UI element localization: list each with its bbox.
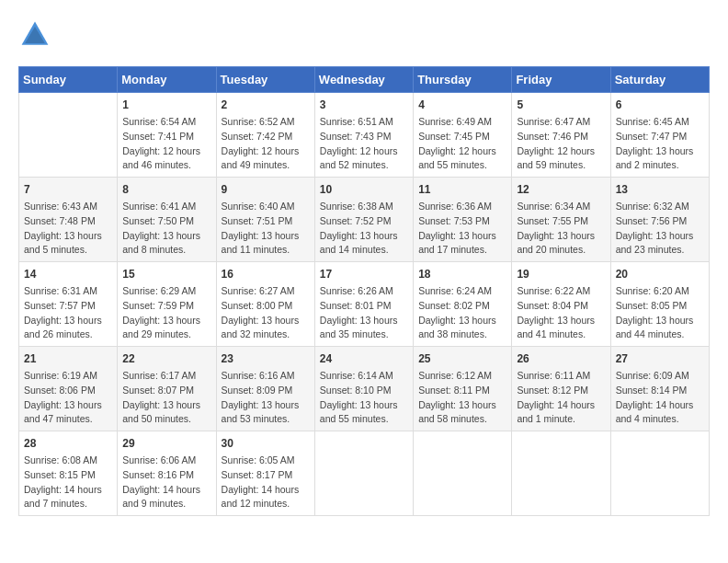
calendar-day: 6Sunrise: 6:45 AMSunset: 7:47 PMDaylight… — [610, 93, 709, 178]
day-number: 17 — [320, 266, 408, 282]
day-number: 4 — [418, 97, 506, 113]
day-info: Sunrise: 6:31 AMSunset: 7:57 PMDaylight:… — [24, 284, 112, 342]
calendar-day: 20Sunrise: 6:20 AMSunset: 8:05 PMDayligh… — [610, 262, 709, 347]
day-number: 26 — [517, 350, 605, 367]
day-info: Sunrise: 6:19 AMSunset: 8:06 PMDaylight:… — [24, 369, 112, 427]
day-info: Sunrise: 6:45 AMSunset: 7:47 PMDaylight:… — [616, 115, 704, 173]
weekday-header-saturday: Saturday — [610, 67, 709, 93]
weekday-header-thursday: Thursday — [414, 67, 512, 93]
day-number: 24 — [320, 350, 408, 367]
calendar-day — [610, 431, 709, 516]
day-number: 7 — [24, 181, 112, 198]
day-number: 22 — [122, 350, 210, 367]
day-number: 16 — [222, 266, 310, 282]
day-info: Sunrise: 6:54 AMSunset: 7:41 PMDaylight:… — [122, 115, 210, 173]
day-info: Sunrise: 6:38 AMSunset: 7:52 PMDaylight:… — [320, 200, 408, 258]
day-info: Sunrise: 6:40 AMSunset: 7:51 PMDaylight:… — [222, 200, 310, 258]
day-number: 28 — [24, 435, 112, 452]
weekday-header-sunday: Sunday — [19, 67, 118, 93]
day-info: Sunrise: 6:49 AMSunset: 7:45 PMDaylight:… — [418, 115, 506, 173]
day-info: Sunrise: 6:51 AMSunset: 7:43 PMDaylight:… — [320, 115, 408, 173]
calendar-day: 23Sunrise: 6:16 AMSunset: 8:09 PMDayligh… — [216, 347, 314, 431]
day-number: 10 — [320, 181, 408, 198]
calendar-week-2: 7Sunrise: 6:43 AMSunset: 7:48 PMDaylight… — [19, 178, 710, 262]
day-number: 5 — [517, 97, 605, 113]
calendar-day: 9Sunrise: 6:40 AMSunset: 7:51 PMDaylight… — [216, 178, 314, 262]
day-number: 12 — [517, 181, 605, 198]
calendar-week-5: 28Sunrise: 6:08 AMSunset: 8:15 PMDayligh… — [19, 431, 710, 516]
calendar-week-1: 1Sunrise: 6:54 AMSunset: 7:41 PMDaylight… — [19, 93, 710, 178]
day-number: 20 — [616, 266, 704, 282]
calendar-table: SundayMondayTuesdayWednesdayThursdayFrid… — [18, 66, 710, 516]
day-number: 18 — [418, 266, 506, 282]
day-info: Sunrise: 6:43 AMSunset: 7:48 PMDaylight:… — [24, 200, 112, 258]
day-info: Sunrise: 6:29 AMSunset: 7:59 PMDaylight:… — [122, 284, 210, 342]
calendar-day — [19, 93, 118, 178]
calendar-day: 2Sunrise: 6:52 AMSunset: 7:42 PMDaylight… — [216, 93, 314, 178]
day-info: Sunrise: 6:17 AMSunset: 8:07 PMDaylight:… — [122, 369, 210, 427]
calendar-day: 15Sunrise: 6:29 AMSunset: 7:59 PMDayligh… — [118, 262, 216, 347]
calendar-day: 10Sunrise: 6:38 AMSunset: 7:52 PMDayligh… — [314, 178, 413, 262]
day-info: Sunrise: 6:09 AMSunset: 8:14 PMDaylight:… — [616, 369, 704, 427]
day-number: 21 — [24, 350, 112, 367]
day-number: 11 — [418, 181, 506, 198]
day-number: 15 — [122, 266, 210, 282]
calendar-day — [314, 431, 413, 516]
day-info: Sunrise: 6:26 AMSunset: 8:01 PMDaylight:… — [320, 284, 408, 342]
day-info: Sunrise: 6:08 AMSunset: 8:15 PMDaylight:… — [24, 454, 112, 511]
day-info: Sunrise: 6:34 AMSunset: 7:55 PMDaylight:… — [517, 200, 605, 258]
day-info: Sunrise: 6:41 AMSunset: 7:50 PMDaylight:… — [122, 200, 210, 258]
day-info: Sunrise: 6:47 AMSunset: 7:46 PMDaylight:… — [517, 115, 605, 173]
logo — [18, 18, 57, 52]
calendar-day: 11Sunrise: 6:36 AMSunset: 7:53 PMDayligh… — [414, 178, 512, 262]
weekday-header-monday: Monday — [118, 67, 216, 93]
calendar-day: 18Sunrise: 6:24 AMSunset: 8:02 PMDayligh… — [414, 262, 512, 347]
day-number: 9 — [222, 181, 310, 198]
day-number: 25 — [418, 350, 506, 367]
day-info: Sunrise: 6:24 AMSunset: 8:02 PMDaylight:… — [418, 284, 506, 342]
day-info: Sunrise: 6:11 AMSunset: 8:12 PMDaylight:… — [517, 369, 605, 427]
logo-icon — [18, 18, 51, 52]
calendar-day: 17Sunrise: 6:26 AMSunset: 8:01 PMDayligh… — [314, 262, 413, 347]
page-header — [18, 18, 710, 52]
day-number: 23 — [222, 350, 310, 367]
day-number: 19 — [517, 266, 605, 282]
day-info: Sunrise: 6:12 AMSunset: 8:11 PMDaylight:… — [418, 369, 506, 427]
day-number: 13 — [616, 181, 704, 198]
calendar-day: 24Sunrise: 6:14 AMSunset: 8:10 PMDayligh… — [314, 347, 413, 431]
calendar-day: 13Sunrise: 6:32 AMSunset: 7:56 PMDayligh… — [610, 178, 709, 262]
day-info: Sunrise: 6:16 AMSunset: 8:09 PMDaylight:… — [222, 369, 310, 427]
calendar-day: 4Sunrise: 6:49 AMSunset: 7:45 PMDaylight… — [414, 93, 512, 178]
calendar-day: 22Sunrise: 6:17 AMSunset: 8:07 PMDayligh… — [118, 347, 216, 431]
calendar-day: 3Sunrise: 6:51 AMSunset: 7:43 PMDaylight… — [314, 93, 413, 178]
calendar-day: 8Sunrise: 6:41 AMSunset: 7:50 PMDaylight… — [118, 178, 216, 262]
calendar-day: 29Sunrise: 6:06 AMSunset: 8:16 PMDayligh… — [118, 431, 216, 516]
calendar-day: 12Sunrise: 6:34 AMSunset: 7:55 PMDayligh… — [512, 178, 610, 262]
day-number: 2 — [222, 97, 310, 113]
calendar-day: 19Sunrise: 6:22 AMSunset: 8:04 PMDayligh… — [512, 262, 610, 347]
calendar-day: 30Sunrise: 6:05 AMSunset: 8:17 PMDayligh… — [216, 431, 314, 516]
weekday-header-wednesday: Wednesday — [314, 67, 413, 93]
weekday-header-friday: Friday — [512, 67, 610, 93]
calendar-week-3: 14Sunrise: 6:31 AMSunset: 7:57 PMDayligh… — [19, 262, 710, 347]
day-info: Sunrise: 6:05 AMSunset: 8:17 PMDaylight:… — [222, 454, 310, 511]
day-info: Sunrise: 6:22 AMSunset: 8:04 PMDaylight:… — [517, 284, 605, 342]
day-info: Sunrise: 6:32 AMSunset: 7:56 PMDaylight:… — [616, 200, 704, 258]
day-info: Sunrise: 6:52 AMSunset: 7:42 PMDaylight:… — [222, 115, 310, 173]
calendar-day: 27Sunrise: 6:09 AMSunset: 8:14 PMDayligh… — [610, 347, 709, 431]
calendar-day: 25Sunrise: 6:12 AMSunset: 8:11 PMDayligh… — [414, 347, 512, 431]
day-info: Sunrise: 6:27 AMSunset: 8:00 PMDaylight:… — [222, 284, 310, 342]
day-number: 29 — [122, 435, 210, 452]
calendar-day: 5Sunrise: 6:47 AMSunset: 7:46 PMDaylight… — [512, 93, 610, 178]
day-number: 1 — [122, 97, 210, 113]
calendar-day: 28Sunrise: 6:08 AMSunset: 8:15 PMDayligh… — [19, 431, 118, 516]
calendar-body: 1Sunrise: 6:54 AMSunset: 7:41 PMDaylight… — [19, 93, 710, 516]
calendar-day — [512, 431, 610, 516]
day-number: 27 — [616, 350, 704, 367]
day-info: Sunrise: 6:20 AMSunset: 8:05 PMDaylight:… — [616, 284, 704, 342]
day-number: 8 — [122, 181, 210, 198]
day-number: 6 — [616, 97, 704, 113]
day-info: Sunrise: 6:06 AMSunset: 8:16 PMDaylight:… — [122, 454, 210, 511]
calendar-day: 16Sunrise: 6:27 AMSunset: 8:00 PMDayligh… — [216, 262, 314, 347]
weekday-header-tuesday: Tuesday — [216, 67, 314, 93]
